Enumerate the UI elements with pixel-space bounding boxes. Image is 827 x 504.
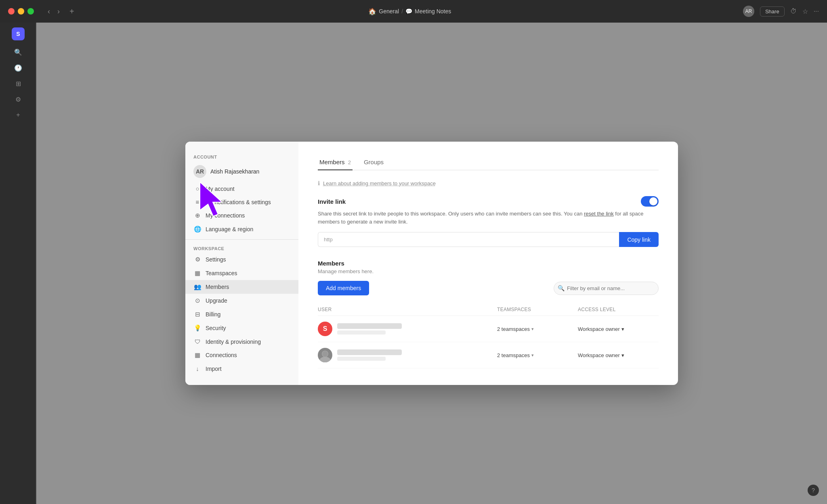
my-account-icon: ○: [193, 185, 202, 192]
language-label: Language & region: [206, 226, 253, 232]
history-icon[interactable]: ⏱: [790, 8, 797, 15]
import-label: Import: [206, 366, 222, 372]
nav-forward-button[interactable]: ›: [55, 6, 62, 17]
language-icon: 🌐: [193, 226, 202, 233]
upgrade-icon: ⊙: [193, 297, 202, 304]
members-subtitle: Manage members here.: [318, 268, 659, 274]
settings-icon: ⚙: [15, 96, 21, 103]
updates-icon: 🕐: [14, 64, 22, 72]
invite-link-section: Invite link Share this secret link to in…: [318, 196, 659, 247]
add-members-button[interactable]: Add members: [318, 281, 369, 295]
minimize-button[interactable]: [18, 8, 24, 15]
info-icon: ℹ: [318, 180, 320, 186]
window-chrome: ‹ › + 🏠 General / 💬 Meeting Notes AR Sha…: [0, 0, 827, 23]
member-name-blur-2: [337, 349, 402, 355]
my-connections-label: My connections: [206, 212, 245, 219]
tab-members[interactable]: Members 2: [318, 155, 353, 170]
star-icon[interactable]: ☆: [802, 8, 808, 15]
member-cell-2: [318, 348, 497, 362]
members-section: Members Manage members here. Add members…: [318, 260, 659, 368]
content-tabs: Members 2 Groups: [318, 155, 659, 170]
invite-link-input[interactable]: [318, 232, 619, 247]
sidebar-item-new[interactable]: +: [0, 108, 36, 122]
reset-link[interactable]: reset the link: [584, 211, 614, 217]
sidebar-item-my-connections[interactable]: ⊕ My connections: [185, 209, 298, 222]
member-avatar-img: [318, 348, 332, 362]
invite-desc-part1: Share this secret link to invite people …: [318, 211, 582, 217]
teamspaces-icon: ▦: [193, 270, 202, 277]
left-sidebar: S 🔍 🕐 ⊞ ⚙ +: [0, 23, 36, 504]
more-options-icon[interactable]: ···: [814, 8, 819, 15]
sidebar-item-teamspaces[interactable]: ▦ Teamspaces: [185, 266, 298, 280]
access-value-1: Workspace owner: [578, 326, 620, 332]
invite-link-title: Invite link: [318, 198, 346, 205]
share-button[interactable]: Share: [760, 6, 785, 17]
workspace-icon: S: [12, 27, 25, 40]
sidebar-item-all[interactable]: ⊞: [0, 77, 36, 91]
close-button[interactable]: [8, 8, 15, 15]
teamspace-value-2: 2 teamspaces: [497, 352, 530, 358]
teamspace-cell-1: 2 teamspaces ▾: [497, 326, 578, 332]
connections-icon: ⊕: [193, 212, 202, 219]
breadcrumb: 🏠 General / 💬 Meeting Notes: [82, 8, 738, 15]
teamspace-cell-2: 2 teamspaces ▾: [497, 352, 578, 358]
sidebar-item-upgrade[interactable]: ⊙ Upgrade: [185, 294, 298, 307]
sidebar-divider: [185, 239, 298, 240]
new-icon: +: [16, 111, 20, 119]
table-row: 2 teamspaces ▾ Workspace owner ▾: [318, 342, 659, 368]
all-icon: ⊞: [16, 80, 21, 88]
member-email-blur-1: [337, 330, 386, 335]
settings-modal: Account AR Atish Rajasekharan ○ My accou…: [185, 142, 678, 385]
main-content-area: Account AR Atish Rajasekharan ○ My accou…: [36, 23, 827, 504]
member-name-blur-1: [337, 323, 402, 329]
table-row: S 2 teamspaces ▾: [318, 316, 659, 342]
access-cell-1: Workspace owner ▾: [578, 326, 659, 332]
connections-ws-icon: ▦: [193, 351, 202, 359]
invite-link-header: Invite link: [318, 196, 659, 207]
traffic-lights: [8, 8, 34, 15]
teamspace-arrow-2: ▾: [531, 353, 534, 358]
sidebar-item-my-account[interactable]: ○ My account: [185, 182, 298, 195]
connections-label: Connections: [206, 352, 237, 358]
sidebar-item-identity[interactable]: 🛡 Identity & provisioning: [185, 335, 298, 348]
workspace-section-label: Workspace: [185, 243, 298, 253]
sidebar-item-connections[interactable]: ▦ Connections: [185, 348, 298, 362]
teamspace-value-1: 2 teamspaces: [497, 326, 530, 332]
sidebar-item-import[interactable]: ↓ Import: [185, 362, 298, 375]
member-cell-1: S: [318, 322, 497, 336]
new-tab-button[interactable]: +: [67, 6, 77, 17]
access-arrow-1: ▾: [621, 326, 624, 332]
fullscreen-button[interactable]: [27, 8, 34, 15]
header-user: User: [318, 307, 497, 312]
tab-groups[interactable]: Groups: [362, 155, 385, 170]
sidebar-item-billing[interactable]: ⊟ Billing: [185, 307, 298, 321]
filter-input[interactable]: [554, 282, 659, 295]
billing-label: Billing: [206, 311, 220, 318]
sidebar-item-settings[interactable]: ⚙ Settings: [185, 253, 298, 266]
copy-link-button[interactable]: Copy link: [619, 232, 659, 247]
sidebar-item-search[interactable]: 🔍: [0, 45, 36, 59]
teamspaces-label: Teamspaces: [206, 270, 237, 276]
sidebar-item-members[interactable]: 👥 Members: [185, 280, 298, 294]
info-row: ℹ Learn about adding members to your wor…: [318, 180, 659, 186]
sidebar-item-security[interactable]: 💡 Security: [185, 321, 298, 335]
sidebar-item-settings[interactable]: ⚙: [0, 92, 36, 107]
header-teamspaces: Teamspaces: [497, 307, 578, 312]
my-notifications-label: My notifications & settings: [206, 199, 271, 205]
invite-link-toggle[interactable]: [641, 196, 659, 207]
my-account-label: My account: [206, 186, 235, 192]
security-label: Security: [206, 325, 226, 331]
nav-back-button[interactable]: ‹: [45, 6, 52, 17]
sidebar-item-language[interactable]: 🌐 Language & region: [185, 222, 298, 236]
sidebar-item-updates[interactable]: 🕐: [0, 61, 36, 75]
modal-main-content: Members 2 Groups ℹ Learn about adding me…: [298, 142, 678, 385]
tab-members-count: 2: [348, 159, 351, 165]
info-text[interactable]: Learn about adding members to your works…: [323, 180, 436, 186]
modal-user-profile[interactable]: AR Atish Rajasekharan: [185, 161, 298, 182]
invite-link-row: Copy link: [318, 232, 659, 247]
tab-groups-label: Groups: [364, 159, 384, 165]
table-header: User Teamspaces Access level: [318, 303, 659, 316]
breadcrumb-separator: /: [401, 8, 403, 15]
sidebar-item-my-notifications[interactable]: ≡ My notifications & settings: [185, 195, 298, 209]
members-section-title: Members: [318, 260, 659, 267]
